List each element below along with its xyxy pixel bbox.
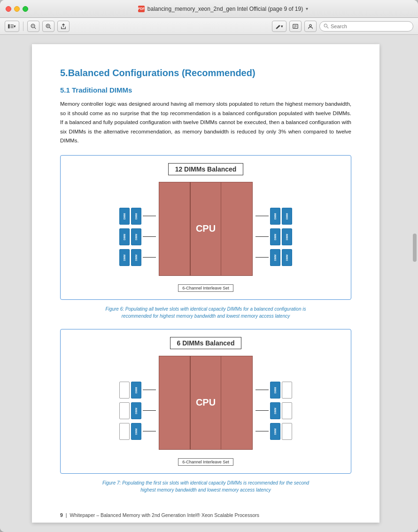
channel-label-row-12: 6-Channel Interleave Set (178, 281, 233, 292)
zoom-out-button[interactable] (27, 21, 39, 32)
connector-line (255, 236, 269, 237)
left-dimm-6-row-2: DIMM (119, 402, 156, 419)
diagram2-layout: DIMM DIMM DIMM (68, 356, 343, 466)
title-bar: PDF balancing_memory_xeon_2nd_gen Intel … (0, 0, 418, 18)
dimm-block: DIMM (131, 249, 141, 266)
svg-line-6 (34, 27, 36, 29)
channel-label-6: 6-Channel Interleave Set (178, 458, 233, 466)
right-dimm-6-row-3: DIMM (255, 423, 292, 440)
left-dimm-row-1: DIMM DIMM (119, 208, 156, 225)
form-button[interactable] (289, 21, 302, 32)
dimm-block: DIMM (119, 208, 130, 225)
right-dimm-6-row-1: DIMM (255, 382, 292, 399)
left-dimm-6-row-3: DIMM (119, 423, 156, 440)
maximize-button[interactable] (23, 6, 28, 12)
right-dimm-row-2: DIMM DIMM (255, 228, 292, 245)
dimm-block: DIMM (131, 228, 141, 245)
diagram1-title: 12 DIMMs Balanced (68, 163, 343, 175)
svg-rect-2 (10, 26, 14, 26)
dimm-block: DIMM (131, 382, 141, 399)
right-dimm-row-3: DIMM DIMM (255, 249, 292, 266)
connector-line (255, 216, 269, 217)
annotate-chevron-icon: ▾ (281, 24, 283, 29)
toolbar: ▾ (0, 18, 418, 35)
zoom-in-button[interactable] (42, 21, 54, 32)
connector-line (143, 410, 156, 411)
diagram1-layout: DIMM DIMM DIMM DIMM (68, 182, 343, 292)
right-dimm-6-row-2: DIMM (255, 402, 292, 419)
svg-point-16 (310, 24, 311, 26)
figure6-caption: Figure 6: Populating all twelve slots wi… (60, 305, 351, 320)
svg-line-10 (49, 27, 51, 29)
connector-line (143, 431, 156, 432)
window-title: balancing_memory_xeon_2nd_gen Intel Offi… (147, 6, 303, 12)
zoom-out-icon (31, 23, 36, 29)
dimm-empty (119, 402, 130, 419)
dimm-empty (119, 423, 130, 440)
person-icon (308, 23, 313, 29)
scrollbar-thumb[interactable] (413, 234, 417, 262)
connector-line (255, 431, 269, 432)
minimize-button[interactable] (14, 6, 20, 12)
dimm-empty (282, 402, 292, 419)
share-button[interactable] (57, 21, 70, 32)
connector-line (255, 390, 269, 391)
annotate-button[interactable]: ▾ (272, 21, 286, 32)
right-dimms-12: DIMM DIMM DIMM DIMM (255, 208, 292, 266)
pdf-page[interactable]: 5.Balanced Configurations (Recommended) … (0, 35, 411, 532)
right-dimm-row-1: DIMM DIMM (255, 208, 292, 225)
toolbar-separator-1 (23, 22, 23, 31)
content-area: 5.Balanced Configurations (Recommended) … (0, 35, 418, 532)
channel-label-12: 6-Channel Interleave Set (178, 284, 233, 292)
dimm-block: DIMM (131, 423, 141, 440)
footer-separator: | (66, 512, 67, 518)
svg-rect-0 (8, 24, 10, 28)
chevron-down-icon[interactable]: ▾ (306, 6, 308, 11)
page-sheet: 5.Balanced Configurations (Recommended) … (32, 44, 379, 523)
dimm-block: DIMM (270, 228, 280, 245)
dimm-empty (282, 423, 292, 440)
dimm-block: DIMM (270, 208, 280, 225)
search-icon (324, 23, 329, 29)
search-input[interactable] (331, 23, 406, 29)
connector-line (255, 410, 269, 411)
search-box[interactable] (319, 21, 413, 31)
dimm-block: DIMM (119, 228, 130, 245)
diagram-12-dimms: 12 DIMMs Balanced DIMM DIMM (60, 155, 351, 300)
connector-line (143, 257, 156, 258)
traffic-lights (6, 6, 28, 12)
person-button[interactable] (304, 21, 317, 32)
diagram2-title: 6 DIMMs Balanced (68, 337, 343, 349)
scrollbar-track[interactable] (411, 35, 418, 532)
svg-line-18 (327, 27, 329, 29)
dimm-empty (119, 382, 130, 399)
left-dimm-row-3: DIMM DIMM (119, 249, 156, 266)
diagram-6-dimms: 6 DIMMs Balanced DIMM D (60, 329, 351, 474)
left-dimms-12: DIMM DIMM DIMM DIMM (119, 208, 156, 266)
footer-text: Whitepaper – Balanced Memory with 2nd Ge… (70, 512, 259, 518)
svg-rect-3 (10, 27, 14, 28)
form-icon (293, 23, 298, 29)
connector-line (143, 216, 156, 217)
channel-label-row-6: 6-Channel Interleave Set (178, 454, 233, 466)
connector-line (255, 257, 269, 258)
dimm-block: DIMM (131, 208, 141, 225)
dimm-block: DIMM (282, 208, 292, 225)
figure7-caption: Figure 7: Populating the first six slots… (60, 479, 351, 493)
sidebar-icon (8, 23, 14, 29)
share-icon (61, 23, 66, 29)
connector-line (143, 236, 156, 237)
dimm-block: DIMM (270, 402, 280, 419)
page-footer: 9 | Whitepaper – Balanced Memory with 2n… (60, 508, 351, 518)
cpu-box-6: CPU (159, 356, 253, 450)
zoom-in-icon (46, 23, 51, 29)
close-button[interactable] (6, 6, 11, 12)
dimm-block: DIMM (270, 382, 280, 399)
connector-line (143, 390, 156, 391)
page-number: 9 (60, 512, 63, 518)
left-dimms-6: DIMM DIMM DIMM (119, 382, 156, 440)
sidebar-toggle-button[interactable]: ▾ (5, 21, 19, 32)
dimm-block: DIMM (131, 402, 141, 419)
pdf-icon: PDF (138, 6, 145, 12)
toolbar-chevron-icon: ▾ (14, 24, 16, 29)
